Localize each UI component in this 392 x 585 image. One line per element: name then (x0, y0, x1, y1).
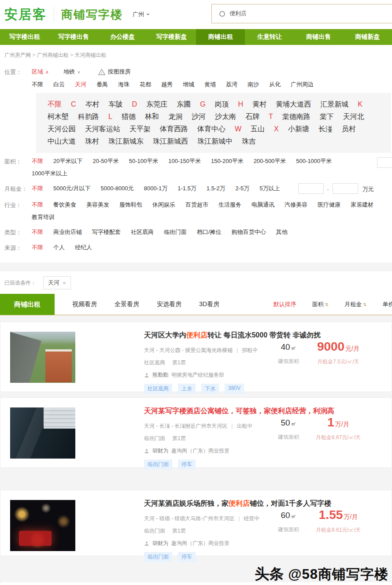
nav-tab[interactable]: 商铺出售 (294, 29, 343, 45)
sort-default[interactable]: 默认排序 (274, 300, 296, 308)
type-option[interactable]: 购物百货中心 (232, 228, 266, 236)
district-option[interactable]: 天河 (75, 81, 86, 89)
rent-min-input[interactable] (298, 183, 324, 194)
district-option[interactable]: 黄埔 (204, 81, 216, 89)
rent-option[interactable]: 5万以上 (259, 185, 280, 193)
subdistrict-option[interactable]: 沙太南 (215, 111, 236, 123)
area-option[interactable]: 100-150平米 (168, 157, 201, 165)
type-option[interactable]: 写字楼配套 (92, 228, 121, 236)
breadcrumb-item[interactable]: 广州商铺出租 (32, 52, 68, 58)
subdistrict-option[interactable]: 珠江新城东 (108, 135, 144, 148)
subdistrict-option[interactable]: 珠江新城中 (197, 135, 233, 148)
subdistrict-option[interactable]: 石牌 (245, 111, 259, 123)
subdistrict-option[interactable]: 珠江新城西 (153, 135, 188, 148)
listing-title[interactable]: 天河某写字楼酒店公寓铺位，可签独，家便利店经营，利润高 (144, 407, 334, 416)
subdistrict-option[interactable]: L (108, 111, 112, 123)
region-tab[interactable]: 区域 ∧ (32, 68, 48, 76)
district-option[interactable]: 广州周边 (291, 81, 314, 89)
area-option[interactable]: 1000平米以上 (32, 170, 67, 178)
subdistrict-option[interactable]: 黄埔大道西 (276, 98, 311, 111)
type-option[interactable]: 社区底商 (131, 228, 154, 236)
city-selector[interactable]: 广州 (133, 11, 150, 19)
type-option[interactable]: 不限 (32, 228, 43, 236)
industry-option[interactable]: 服饰鞋包 (119, 201, 142, 209)
industry-option[interactable]: 百货超市 (185, 201, 208, 209)
nav-tab[interactable]: 商铺新盘 (343, 29, 392, 45)
district-option[interactable]: 从化 (269, 81, 281, 89)
subdistrict-option[interactable]: 珠村 (85, 135, 99, 148)
rent-option[interactable]: 8000-1万 (144, 185, 167, 193)
industry-option[interactable]: 不限 (32, 201, 43, 209)
subdistrict-option[interactable]: X (274, 123, 279, 135)
search-input[interactable] (229, 11, 362, 17)
district-option[interactable]: 海珠 (118, 81, 129, 89)
rent-option[interactable]: 不限 (32, 185, 43, 193)
subdistrict-option[interactable]: 不限 (48, 98, 62, 111)
nav-tab[interactable]: 写字楼出售 (49, 29, 98, 45)
breadcrumb-item[interactable]: 天河商铺出租 (70, 52, 106, 58)
subdistrict-option[interactable]: H (238, 98, 244, 111)
subdistrict-option[interactable]: 小新塘 (288, 123, 309, 135)
selected-filter-tag[interactable]: 天河 × (43, 276, 71, 289)
subdistrict-option[interactable]: 龙洞 (168, 111, 182, 123)
subdistrict-option[interactable]: 车陂 (109, 98, 123, 111)
listing-photo[interactable] (10, 332, 75, 383)
listing-card[interactable]: 天河某酒店娱乐场所独，家便利店铺位，对面1千多人写字楼 天河 - 猎德 - 猎德… (0, 490, 392, 556)
view-filter-tab[interactable]: 视频看房 (72, 300, 97, 308)
area-option[interactable]: 50-100平米 (129, 157, 158, 165)
subdistrict-option[interactable]: 天河公园 (48, 123, 76, 135)
view-filter-tab[interactable]: 安选看房 (157, 300, 181, 308)
subdistrict-option[interactable]: 棠德南路 (282, 111, 311, 123)
district-option[interactable]: 荔湾 (226, 81, 237, 89)
district-option[interactable]: 增城 (183, 81, 194, 89)
subdistrict-option[interactable]: 科韵路 (78, 111, 99, 123)
district-option[interactable]: 番禺 (96, 81, 108, 89)
subdistrict-option[interactable]: 黄村 (252, 98, 266, 111)
subdistrict-option[interactable]: 东莞庄 (146, 98, 167, 111)
nav-tab[interactable]: 办公楼盘 (98, 29, 147, 45)
subdistrict-option[interactable]: 珠吉 (242, 135, 256, 148)
industry-option[interactable]: 汽修美容 (285, 201, 307, 209)
district-option[interactable]: 白云 (53, 81, 65, 89)
listing-photo[interactable] (10, 500, 75, 551)
type-option[interactable]: 档口/摊位 (197, 228, 222, 236)
subdistrict-option[interactable]: 东圃 (177, 98, 191, 111)
industry-option[interactable]: 生活服务 (218, 201, 241, 209)
type-option[interactable]: 临街门面 (164, 228, 187, 236)
subdistrict-option[interactable]: 长湴 (318, 123, 333, 135)
source-option[interactable]: 经纪人 (75, 244, 92, 252)
subdistrict-option[interactable]: 中山大道 (48, 135, 76, 148)
source-option[interactable]: 不限 (32, 244, 43, 252)
rent-option[interactable]: 1.5-2万 (207, 185, 226, 193)
site-title[interactable]: 商铺写字楼 (61, 7, 123, 22)
subdistrict-option[interactable]: 天河客运站 (85, 123, 120, 135)
nav-tab[interactable]: 写字楼出租 (0, 29, 49, 45)
listing-photo[interactable] (10, 407, 75, 459)
subdistrict-option[interactable]: 天平架 (129, 123, 151, 135)
area-option[interactable]: 200-500平米 (254, 157, 286, 165)
subdistrict-option[interactable]: 林和 (145, 111, 159, 123)
rent-option[interactable]: 2-5万 (235, 185, 249, 193)
type-option[interactable]: 其他 (276, 228, 288, 236)
subdistrict-option[interactable]: D (132, 98, 137, 111)
subway-tab[interactable]: 地铁 ∨ (63, 68, 80, 76)
subdistrict-option[interactable]: 体育西路 (160, 123, 188, 135)
industry-option[interactable]: 餐饮美食 (53, 201, 76, 209)
subdistrict-option[interactable]: 柯木塱 (48, 111, 69, 123)
district-option[interactable]: 南沙 (248, 81, 259, 89)
rent-max-input[interactable] (333, 183, 358, 194)
subdistrict-option[interactable]: G (200, 98, 205, 111)
subdistrict-option[interactable]: 棠下 (320, 111, 334, 123)
district-option[interactable]: 不限 (32, 81, 43, 89)
anjuke-logo[interactable]: 安居客 (4, 6, 47, 24)
sort-option[interactable]: 单价 ⇅ (383, 300, 392, 308)
search-box[interactable] (211, 4, 392, 23)
listing-card[interactable]: 天河区大学内便利店转让 每日流水5000 带货转 非诚勿扰 天河 - 天河公园 … (0, 322, 392, 392)
area-option[interactable]: 150-200平米 (211, 157, 244, 165)
tab-shop-rent[interactable]: 商铺出租 (0, 294, 55, 315)
nav-tab[interactable]: 商铺出租 (196, 29, 245, 45)
area-option[interactable]: 20平米以下 (53, 157, 82, 165)
subdistrict-option[interactable]: 体育中心 (197, 123, 226, 135)
subdistrict-option[interactable]: 五山 (251, 123, 265, 135)
listing-title[interactable]: 天河某酒店娱乐场所独，家便利店铺位，对面1千多人写字楼 (144, 499, 331, 508)
